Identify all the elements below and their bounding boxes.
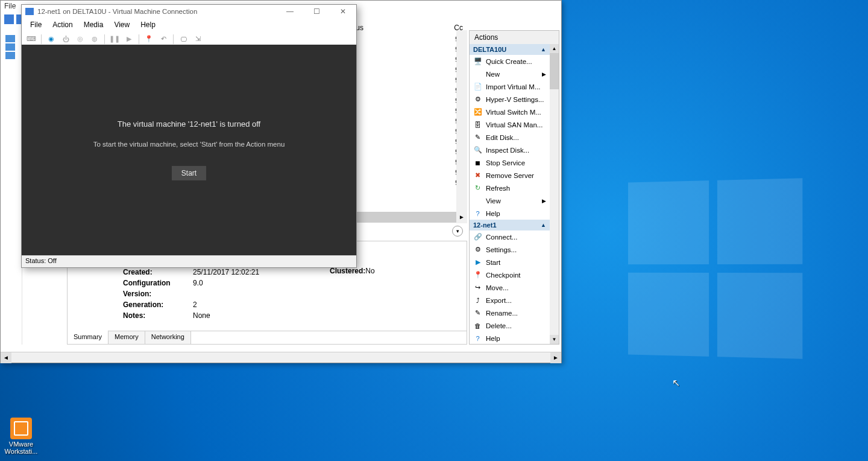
scroll-right-icon[interactable]: ► xyxy=(456,212,467,223)
scroll-up-icon[interactable]: ▲ xyxy=(550,44,559,53)
shutdown-icon[interactable]: ◎ xyxy=(75,34,85,44)
vmc-menu-view[interactable]: View xyxy=(114,21,130,29)
action-label: Edit Disk... xyxy=(486,134,519,141)
maximize-button[interactable]: ☐ xyxy=(303,5,330,18)
tab-networking[interactable]: Networking xyxy=(145,331,191,344)
remove-server-icon: ✖ xyxy=(473,171,482,180)
view-icon xyxy=(473,196,482,205)
tree-node[interactable] xyxy=(5,52,15,59)
action-help[interactable]: ?Help xyxy=(470,207,550,220)
hyper-v-settings-icon: ⚙ xyxy=(473,95,482,104)
mgr-tree[interactable] xyxy=(1,30,22,345)
mgr-scrollbar-h[interactable]: ◄ ► xyxy=(1,352,561,363)
action-delete[interactable]: 🗑Delete... xyxy=(470,319,550,332)
action-start[interactable]: ▶Start xyxy=(470,256,550,269)
action-help[interactable]: ?Help xyxy=(470,332,550,344)
checkpoint-icon[interactable]: 📍 xyxy=(144,34,154,44)
vmc-menu-file[interactable]: File xyxy=(30,21,42,29)
action-virtual-san-man[interactable]: 🗄Virtual SAN Man... xyxy=(470,118,550,131)
vm-properties-2: Clustered: No xyxy=(330,267,375,275)
vm-start-hint: To start the virtual machine, select 'St… xyxy=(93,141,285,148)
scroll-right-icon[interactable]: ► xyxy=(550,352,561,363)
action-refresh[interactable]: ↻Refresh xyxy=(470,182,550,194)
vmware-icon xyxy=(10,418,32,439)
vmc-menu-help[interactable]: Help xyxy=(140,21,156,29)
action-edit-disk[interactable]: ✎Edit Disk... xyxy=(470,131,550,144)
vm-connection-window[interactable]: 12-net1 on DELTA10U - Virtual Machine Co… xyxy=(21,4,357,268)
start-button[interactable]: Start xyxy=(172,166,206,180)
action-label: Help xyxy=(486,210,500,217)
reset-icon[interactable]: ▶ xyxy=(124,34,134,44)
actions-scrollbar[interactable]: ▲ ▼ xyxy=(550,44,559,344)
vm-list-scrollbar-v[interactable] xyxy=(456,30,467,223)
action-view[interactable]: View▶ xyxy=(470,194,550,207)
action-label: Checkpoint xyxy=(486,272,521,279)
collapse-button[interactable]: ▾ xyxy=(452,226,463,237)
prop-key: Created: xyxy=(123,267,193,278)
actions-section-12-net1[interactable]: 12-net1▲ xyxy=(470,220,550,230)
refresh-icon: ↻ xyxy=(473,183,482,192)
action-label: Hyper-V Settings... xyxy=(486,96,544,103)
edit-disk-icon: ✎ xyxy=(473,133,482,142)
tree-node[interactable] xyxy=(5,35,15,42)
action-inspect-disk[interactable]: 🔍Inspect Disk... xyxy=(470,144,550,156)
vmc-menu-action[interactable]: Action xyxy=(52,21,72,29)
prop-key: Configuration Version: xyxy=(123,278,193,299)
action-settings[interactable]: ⚙Settings... xyxy=(470,243,550,256)
action-label: Help xyxy=(486,335,500,342)
prop-value: 25/11/2017 12:02:21 xyxy=(193,267,259,278)
action-connect[interactable]: 🔗Connect... xyxy=(470,230,550,243)
save-icon[interactable]: ◍ xyxy=(90,34,99,44)
action-checkpoint[interactable]: 📍Checkpoint xyxy=(470,269,550,281)
enhanced-session-icon[interactable]: 🖵 xyxy=(178,34,188,44)
tree-node[interactable] xyxy=(5,43,15,51)
virtual-switch-m-icon: 🔀 xyxy=(473,107,482,116)
action-export[interactable]: ⤴Export... xyxy=(470,294,550,307)
action-label: New xyxy=(486,71,500,78)
actions-section-delta10u[interactable]: DELTA10U▲ xyxy=(470,44,550,55)
connect-icon: 🔗 xyxy=(473,232,482,241)
prop-key: Generation: xyxy=(123,299,193,310)
pause-icon[interactable]: ❚❚ xyxy=(110,34,119,44)
export-icon: ⤴ xyxy=(473,296,482,305)
help-icon: ? xyxy=(473,334,482,343)
inspect-disk-icon: 🔍 xyxy=(473,145,482,154)
action-label: Remove Server xyxy=(486,172,534,179)
share-icon[interactable]: ⇲ xyxy=(193,34,203,44)
submenu-arrow-icon: ▶ xyxy=(542,71,546,77)
action-label: Import Virtual M... xyxy=(486,83,541,91)
new-icon xyxy=(473,69,482,78)
mgr-menu-file[interactable]: File xyxy=(4,2,16,10)
action-new[interactable]: New▶ xyxy=(470,68,550,80)
actions-pane: Actions DELTA10U▲🖥️Quick Create...New▶📄I… xyxy=(469,30,559,345)
scroll-down-icon[interactable]: ▼ xyxy=(550,335,559,344)
action-stop-service[interactable]: ⏹Stop Service xyxy=(470,156,550,169)
rename-icon: ✎ xyxy=(473,308,482,317)
ctrl-alt-del-icon[interactable]: ⌨ xyxy=(27,34,36,44)
close-button[interactable]: ✕ xyxy=(330,5,356,18)
vmc-menu-bar[interactable]: File Action Media View Help xyxy=(22,18,356,31)
vmc-menu-media[interactable]: Media xyxy=(84,21,104,29)
prop-value: 9.0 xyxy=(193,278,203,299)
action-rename[interactable]: ✎Rename... xyxy=(470,307,550,319)
revert-icon[interactable]: ↶ xyxy=(159,34,168,44)
back-icon[interactable] xyxy=(4,14,14,24)
scroll-left-icon[interactable]: ◄ xyxy=(1,352,11,363)
action-move[interactable]: ↪Move... xyxy=(470,281,550,294)
minimize-button[interactable]: — xyxy=(277,5,303,18)
action-quick-create[interactable]: 🖥️Quick Create... xyxy=(470,55,550,68)
vmc-titlebar[interactable]: 12-net1 on DELTA10U - Virtual Machine Co… xyxy=(22,5,356,18)
move-icon: ↪ xyxy=(473,283,482,292)
tab-summary[interactable]: Summary xyxy=(68,330,108,344)
turnoff-icon[interactable]: ⏻ xyxy=(61,34,71,44)
action-remove-server[interactable]: ✖Remove Server xyxy=(470,169,550,182)
help-icon: ? xyxy=(473,209,482,218)
tab-memory[interactable]: Memory xyxy=(108,331,145,344)
prop-value: 2 xyxy=(193,299,197,310)
desktop-icon-vmware[interactable]: VMware Workstati... xyxy=(0,418,42,455)
action-import-virtual-m[interactable]: 📄Import Virtual M... xyxy=(470,80,550,93)
action-virtual-switch-m[interactable]: 🔀Virtual Switch M... xyxy=(470,106,550,118)
details-tabs: Summary Memory Networking xyxy=(68,331,467,344)
start-icon[interactable]: ◉ xyxy=(46,34,56,44)
action-hyper-v-settings[interactable]: ⚙Hyper-V Settings... xyxy=(470,93,550,106)
